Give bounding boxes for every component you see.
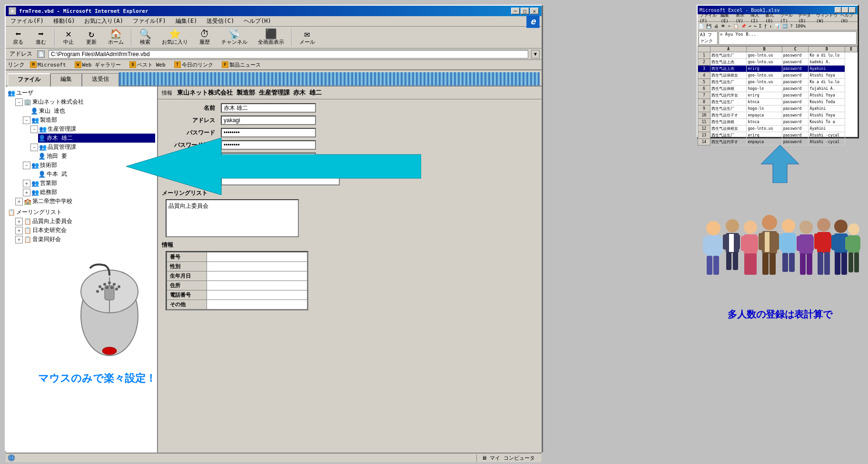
spreadsheet-cell[interactable]: password [782,119,809,126]
spreadsheet-cell[interactable]: kadeki A. [809,59,845,66]
link-products[interactable]: P 製品ニュース [218,60,264,69]
small-menu-window[interactable]: ウィンドウ(W) [816,12,838,23]
spreadsheet-cell[interactable]: hogo-ln [747,86,782,92]
channel-button[interactable]: 📡 チャンネル [217,28,252,47]
link-microsoft[interactable]: M Microsoft [27,60,69,69]
tree-item-school[interactable]: ＋ 🏫 第二帝惣中学校 [15,197,155,206]
spreadsheet-cell[interactable]: Atushi -cycal [809,139,845,145]
spreadsheet-cell[interactable]: 西生气运生厂 [710,106,747,112]
forward-button[interactable]: ➡ 進む [30,28,51,47]
spreadsheet-cell[interactable]: Ayahini [809,106,845,112]
spreadsheet-cell[interactable]: password [782,139,809,145]
spreadsheet-cell[interactable]: 西生气运生厂 [710,132,747,139]
col-header-a[interactable]: A [710,47,747,52]
small-menu-edit[interactable]: 編集(E) [720,12,732,23]
spreadsheet-cell[interactable]: password [782,112,809,119]
tree-item-company[interactable]: － 🏢 東山ネット株式会社 [15,97,155,106]
link-webgallery[interactable]: W Web ギャラリー [71,60,125,69]
spreadsheet-cell[interactable]: 西生气运住子す [710,112,747,119]
expand-school[interactable]: ＋ [15,198,23,205]
spreadsheet-cell[interactable]: fujahini A. [809,86,845,92]
menu-move[interactable]: 移動(G) [50,16,78,26]
spreadsheet-cell[interactable]: 西生气运代学女 [710,92,747,99]
small-menu-view[interactable]: 表示(V) [736,12,748,23]
address-dropdown[interactable]: ▼ [531,50,540,58]
spreadsheet-cell[interactable]: password [782,106,809,112]
spreadsheet-cell[interactable]: Ko a di lu.lo [809,52,845,59]
col-header-d[interactable]: D [809,47,845,52]
search-button[interactable]: 🔍 検索 [135,28,156,47]
cell-ref[interactable]: A3 ファンク [699,31,718,45]
spreadsheet-cell[interactable]: password [782,126,809,132]
menu-file[interactable]: ファイル(F) [8,16,47,26]
col-header-c[interactable]: C [782,47,809,52]
input-password[interactable] [221,128,316,137]
spreadsheet-cell[interactable]: password [782,52,809,59]
tab-edit[interactable]: 編集 [50,73,82,87]
spreadsheet-cell[interactable]: Atushi Yoya [809,92,845,99]
tab-send[interactable]: 送受信 [82,73,119,87]
col-header-b[interactable]: B [747,47,782,52]
spreadsheet-cell[interactable]: 西生气运保税女 [710,126,747,132]
maximize-button[interactable]: □ [521,8,529,14]
spreadsheet-cell[interactable]: 西生气运代学す [710,139,747,145]
tree-item-history-club[interactable]: ＋ 📋 日本史研究会 [15,226,155,235]
close-button[interactable]: ✕ [530,8,539,14]
back-button[interactable]: ⬅ 戻る [8,28,29,47]
tree-item-quality-committee[interactable]: ＋ 📋 品質向上委員会 [15,217,155,226]
menu-file2[interactable]: ファイル(F) [130,16,169,26]
spreadsheet-cell[interactable]: goo-lnto.us [747,79,782,86]
spreadsheet-cell[interactable]: ktnca [747,99,782,106]
history-button[interactable]: ⏱ 履歴 [194,28,215,47]
link-today[interactable]: T 今日のリンク [171,60,217,69]
home-button[interactable]: 🏠 ホーム [104,28,128,47]
menu-help[interactable]: ヘルプ(H) [241,16,274,26]
small-menu-data[interactable]: データ(D) [798,12,813,23]
tree-item-manufacturing[interactable]: － 👥 製造部 [23,116,155,125]
spreadsheet-cell[interactable]: goo-lnto.us [747,52,782,59]
spreadsheet-cell[interactable]: 西生气运上杰 [710,59,747,66]
link-bestweb[interactable]: B ベスト Web [126,60,169,69]
spreadsheet-cell[interactable]: Atushi Yoya [809,112,845,119]
expand-quality-dept[interactable]: － [30,144,38,151]
spreadsheet-cell[interactable]: 西生气运保税女 [710,72,747,79]
spreadsheet-cell[interactable]: Koushi To a [809,119,845,126]
spreadsheet-cell[interactable]: Atushi Yoya [809,72,845,79]
expand-sales[interactable]: ＋ [23,180,30,187]
refresh-button[interactable]: ↻ 更新 [81,28,102,47]
tab-file[interactable]: ファイル [8,73,50,87]
col-header-e[interactable]: E [845,47,858,52]
formula-input[interactable]: = Ayu Yos B... [719,31,857,45]
expand-production[interactable]: － [30,126,38,133]
spreadsheet-cell[interactable]: password [782,66,809,72]
stop-button[interactable]: ✕ 中止 [58,28,79,47]
menu-send[interactable]: 送受信(C) [204,16,237,26]
tree-item-production[interactable]: － 👥 生産管理課 [30,125,155,134]
tree-item-users[interactable]: 👥 ユーザ [8,88,155,97]
menu-edit[interactable]: 編集(E) [173,16,200,26]
spreadsheet-cell[interactable]: enpayca [747,112,782,119]
mail-button[interactable]: ✉ メール [295,28,319,47]
spreadsheet-cell[interactable]: Koushi Toda [809,99,845,106]
spreadsheet-cell[interactable]: goo-lnto.us [747,126,782,132]
spreadsheet-cell[interactable]: 西生气运上杰 [710,66,747,72]
input-name[interactable] [221,103,316,113]
spreadsheet-cell[interactable]: password [782,72,809,79]
tree-item-mailing[interactable]: 📋 メーリングリスト [8,208,155,217]
small-menu-format[interactable]: 書式(O) [765,12,777,23]
spreadsheet-cell[interactable]: goo-lnto.us [747,72,782,79]
spreadsheet-cell[interactable]: password [782,132,809,139]
input-address[interactable] [221,116,316,125]
small-menu-tools[interactable]: ツール(T) [780,12,795,23]
minimize-button[interactable]: ─ [511,8,520,14]
spreadsheet-cell[interactable]: ktnca [747,119,782,126]
spreadsheet-cell[interactable]: password [782,59,809,66]
spreadsheet-cell[interactable]: password [782,86,809,92]
fullscreen-button[interactable]: ⬛ 全画面表示 [254,28,288,47]
spreadsheet-cell[interactable]: password [782,99,809,106]
spreadsheet-cell[interactable]: Ayahini [809,66,845,72]
spreadsheet-cell[interactable]: erirg [747,132,782,139]
expand-general[interactable]: ＋ [23,189,30,196]
spreadsheet-cell[interactable]: enpayca [747,139,782,145]
spreadsheet-cell[interactable]: Atushi -cycal [809,132,845,139]
